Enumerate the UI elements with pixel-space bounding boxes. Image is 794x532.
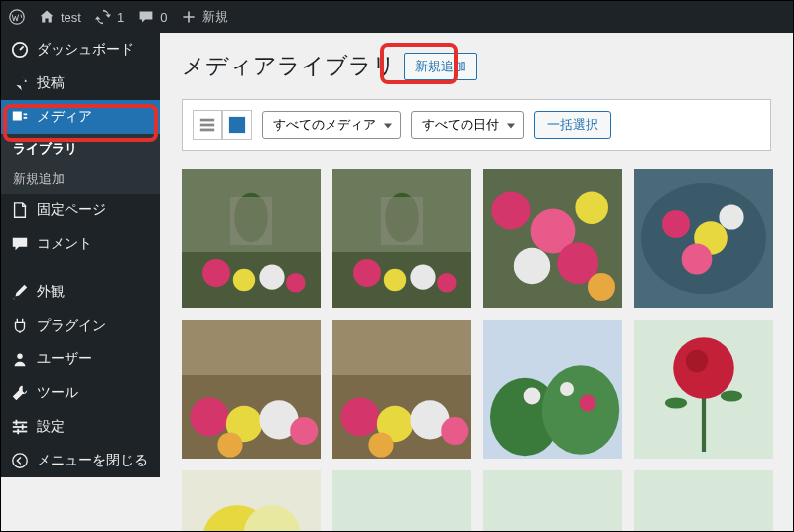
svg-point-68 xyxy=(686,350,708,372)
media-grid xyxy=(182,169,771,531)
svg-point-39 xyxy=(588,273,615,301)
sidebar-item-comments[interactable]: コメント xyxy=(1,227,160,261)
updates-count: 1 xyxy=(117,10,124,25)
svg-point-63 xyxy=(524,388,541,405)
sidebar-item-settings[interactable]: 設定 xyxy=(1,410,160,444)
media-item[interactable] xyxy=(634,169,773,308)
svg-point-19 xyxy=(202,259,230,287)
filter-media-label: すべてのメディア xyxy=(273,117,376,132)
update-icon xyxy=(95,9,111,25)
pages-label: 固定ページ xyxy=(37,201,106,219)
svg-point-44 xyxy=(719,204,743,229)
svg-rect-24 xyxy=(230,197,272,245)
plus-icon xyxy=(181,9,197,25)
media-submenu: ライブラリ 新規追加 xyxy=(1,134,160,194)
media-item[interactable] xyxy=(182,470,321,531)
svg-rect-32 xyxy=(381,197,423,245)
svg-rect-16 xyxy=(238,126,244,132)
svg-rect-6 xyxy=(16,420,18,425)
settings-label: 設定 xyxy=(37,418,65,436)
svg-point-36 xyxy=(575,191,608,224)
appearance-label: 外観 xyxy=(37,283,65,301)
new-link[interactable]: 新規 xyxy=(181,8,228,26)
submenu-library[interactable]: ライブラリ xyxy=(1,134,160,164)
svg-point-48 xyxy=(190,397,228,436)
updates-link[interactable]: 1 xyxy=(95,9,124,25)
media-item[interactable] xyxy=(182,169,321,308)
comments-icon xyxy=(11,235,29,253)
view-list-button[interactable] xyxy=(193,110,222,140)
svg-point-28 xyxy=(384,269,406,291)
svg-point-37 xyxy=(514,248,550,284)
pin-icon xyxy=(11,74,29,92)
sidebar-item-media[interactable]: メディア xyxy=(1,100,160,134)
svg-rect-4 xyxy=(13,426,27,428)
svg-point-70 xyxy=(721,390,742,401)
svg-rect-14 xyxy=(238,118,244,124)
media-item[interactable] xyxy=(634,320,773,459)
svg-rect-3 xyxy=(13,422,27,424)
svg-point-2 xyxy=(17,354,22,359)
svg-rect-76 xyxy=(634,470,773,531)
wp-logo[interactable] xyxy=(9,9,25,25)
collapse-icon xyxy=(11,452,29,469)
sidebar-item-users[interactable]: ユーザー xyxy=(1,342,160,376)
sidebar-item-pages[interactable]: 固定ページ xyxy=(1,194,160,227)
media-item[interactable] xyxy=(634,470,773,531)
svg-point-52 xyxy=(217,432,242,457)
site-link[interactable]: test xyxy=(39,9,81,25)
comments-link[interactable]: 0 xyxy=(138,9,167,25)
sidebar-item-posts[interactable]: 投稿 xyxy=(1,66,160,100)
media-icon xyxy=(11,108,29,126)
media-item[interactable] xyxy=(332,470,471,531)
plugins-label: プラグイン xyxy=(37,317,106,334)
svg-point-45 xyxy=(682,244,713,275)
admin-sidebar: ダッシュボード 投稿 メディア ライブラリ 新規追加 固定ページ コメント 外観… xyxy=(1,33,160,477)
svg-rect-46 xyxy=(182,320,321,375)
svg-rect-15 xyxy=(230,126,236,132)
svg-point-62 xyxy=(542,365,619,455)
bulk-select-button[interactable]: 一括選択 xyxy=(534,111,611,139)
svg-rect-75 xyxy=(483,470,622,531)
svg-point-29 xyxy=(410,265,435,290)
users-label: ユーザー xyxy=(37,350,92,368)
sidebar-item-plugins[interactable]: プラグイン xyxy=(1,309,160,342)
svg-rect-53 xyxy=(332,320,471,375)
svg-rect-13 xyxy=(230,118,236,124)
page-icon xyxy=(11,201,29,219)
svg-point-59 xyxy=(368,432,393,457)
sidebar-item-tools[interactable]: ツール xyxy=(1,376,160,410)
media-item[interactable] xyxy=(182,320,321,459)
svg-point-34 xyxy=(491,191,530,229)
comments-label: コメント xyxy=(37,235,92,253)
add-new-button[interactable]: 新規追加 xyxy=(404,53,477,80)
comments-count: 0 xyxy=(160,10,167,25)
posts-label: 投稿 xyxy=(37,74,65,92)
svg-rect-12 xyxy=(200,129,214,132)
comment-icon xyxy=(138,9,154,25)
brush-icon xyxy=(11,283,29,301)
svg-point-22 xyxy=(286,273,306,293)
plugin-icon xyxy=(11,317,29,334)
media-item[interactable] xyxy=(483,169,622,308)
media-item[interactable] xyxy=(332,320,471,459)
svg-point-69 xyxy=(665,397,687,408)
sidebar-collapse[interactable]: メニューを閉じる xyxy=(1,444,160,477)
sidebar-item-appearance[interactable]: 外観 xyxy=(1,275,160,309)
filter-date-select[interactable]: すべての日付 xyxy=(411,111,524,139)
media-item[interactable] xyxy=(483,320,622,459)
tools-label: ツール xyxy=(37,384,78,402)
view-grid-button[interactable] xyxy=(222,110,252,140)
collapse-label: メニューを閉じる xyxy=(37,452,148,469)
svg-rect-11 xyxy=(200,124,214,127)
new-label: 新規 xyxy=(202,8,228,26)
media-label: メディア xyxy=(37,108,92,126)
media-item[interactable] xyxy=(332,169,471,308)
svg-point-64 xyxy=(560,382,574,396)
svg-point-55 xyxy=(340,397,379,436)
media-item[interactable] xyxy=(483,470,622,531)
dashboard-icon xyxy=(11,41,29,59)
filter-media-select[interactable]: すべてのメディア xyxy=(262,111,401,139)
submenu-add-new[interactable]: 新規追加 xyxy=(1,164,160,194)
sidebar-item-dashboard[interactable]: ダッシュボード xyxy=(1,33,160,66)
